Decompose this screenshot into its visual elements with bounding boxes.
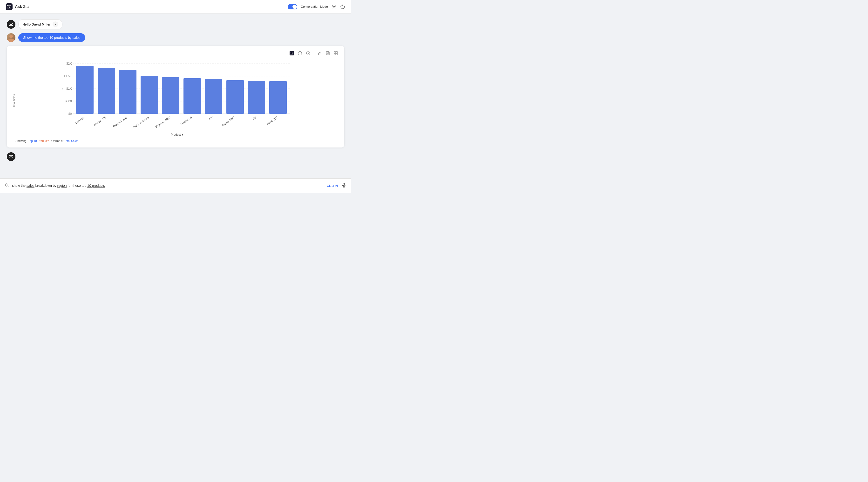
greeting-text: Hello David Miller	[23, 23, 51, 26]
bar-volvo2c2[interactable]	[269, 81, 287, 114]
svg-rect-12	[336, 52, 338, 53]
svg-text:$500: $500	[65, 99, 72, 103]
svg-rect-0	[6, 3, 12, 10]
svg-text:Mazda 626: Mazda 626	[93, 116, 107, 127]
svg-text:BMW 3 Series: BMW 3 Series	[133, 116, 150, 129]
svg-rect-4	[289, 51, 294, 56]
x-axis-dropdown-icon[interactable]: ▾	[182, 133, 183, 136]
bar-r8[interactable]	[248, 81, 265, 114]
svg-text:R8: R8	[252, 116, 257, 121]
main-content: Hello David Miller Show me the top 10 pr…	[0, 13, 351, 178]
footer-products: Products	[37, 139, 49, 143]
svg-rect-9	[327, 52, 329, 53]
search-text-1: show the	[12, 184, 27, 188]
grid-icon[interactable]	[333, 51, 339, 56]
user-query-row: Show me the top 10 products by sales	[7, 33, 344, 42]
greeting-bubble: Hello David Miller	[18, 19, 62, 29]
svg-rect-38	[343, 183, 345, 186]
header-right: Conversation Mode	[288, 4, 345, 9]
search-text-sales: sales	[27, 184, 34, 188]
search-text-2: breakdown by	[34, 184, 57, 188]
settings-icon[interactable]	[331, 4, 337, 9]
svg-text:Express 3500: Express 3500	[155, 116, 171, 129]
bar-express3500[interactable]	[162, 77, 179, 114]
app-title: Ask Zia	[15, 5, 29, 9]
zia-bottom-avatar	[7, 152, 16, 161]
bar-mazda626[interactable]	[98, 68, 115, 114]
footer-showing: Showing:	[16, 139, 28, 143]
toolbar-divider	[314, 51, 314, 56]
x-axis-label: Product ▾	[16, 133, 339, 136]
zia-avatar	[7, 20, 16, 29]
search-icon	[5, 183, 9, 189]
svg-text:$1K: $1K	[66, 87, 72, 90]
footer-total-sales: Total Sales	[64, 139, 79, 143]
svg-rect-13	[334, 54, 336, 55]
bar-range-rover[interactable]	[119, 70, 136, 114]
svg-text:GTI: GTI	[208, 116, 214, 121]
svg-point-3	[342, 7, 343, 8]
user-query-bubble: Show me the top 10 products by sales	[18, 33, 85, 42]
x-axis-label-text: Product	[171, 133, 181, 136]
search-input[interactable]: show the sales breakdown by region for t…	[12, 183, 324, 188]
svg-text:›: ›	[62, 87, 63, 90]
conversation-mode-toggle[interactable]	[288, 4, 297, 9]
chart-area: Total Sales $2K $1.5K $1K $500 $0	[11, 59, 339, 143]
y-axis-label: Total Sales	[11, 59, 16, 143]
bar-chart-svg: $2K $1.5K $1K $500 $0	[16, 59, 339, 131]
svg-text:Corvette: Corvette	[74, 116, 85, 125]
zia-chart-icon[interactable]	[289, 51, 294, 56]
clear-all-button[interactable]: Clear All	[327, 184, 339, 188]
edit-icon[interactable]	[317, 51, 322, 56]
chart-toolbar	[11, 51, 339, 56]
bar-gti[interactable]	[205, 79, 222, 114]
user-avatar	[7, 33, 16, 42]
app-header: Ask Zia Conversation Mode	[0, 0, 351, 13]
svg-point-6	[300, 52, 300, 53]
footer-top10: Top 10	[28, 139, 37, 143]
chart-card: Total Sales $2K $1.5K $1K $500 $0	[7, 46, 344, 148]
svg-rect-11	[334, 52, 336, 53]
svg-text:Volvo 2C2: Volvo 2C2	[266, 116, 278, 126]
svg-text:Fleetwood: Fleetwood	[180, 116, 192, 126]
search-text-3: for these top	[67, 184, 88, 188]
greeting-dropdown[interactable]	[53, 22, 58, 27]
chart-footer: Showing: Top 10 Products in terms of Tot…	[16, 139, 339, 143]
zia-bottom-row	[7, 152, 344, 161]
svg-rect-10	[327, 54, 329, 55]
svg-text:$0: $0	[68, 112, 72, 116]
bar-fleetwood[interactable]	[184, 78, 201, 114]
search-text-region: region	[57, 184, 67, 188]
info-icon[interactable]	[297, 51, 303, 56]
svg-text:$2K: $2K	[66, 62, 72, 65]
bar-corvette[interactable]	[76, 66, 94, 114]
svg-text:$1.5K: $1.5K	[64, 74, 72, 78]
history-icon[interactable]	[306, 51, 311, 56]
bar-toyota-mr2[interactable]	[226, 80, 244, 114]
help-icon[interactable]	[340, 4, 345, 9]
svg-text:Range Rover: Range Rover	[112, 116, 128, 128]
conversation-mode-label: Conversation Mode	[301, 5, 328, 8]
svg-rect-14	[336, 54, 338, 55]
svg-text:Toyota MR2: Toyota MR2	[221, 116, 236, 127]
search-text-10products: 10 products	[87, 184, 105, 188]
footer-in-terms: in terms of	[49, 139, 64, 143]
header-left: Ask Zia	[6, 3, 29, 10]
search-bar[interactable]: show the sales breakdown by region for t…	[0, 178, 351, 193]
save-icon[interactable]	[325, 51, 330, 56]
zia-logo-icon	[6, 3, 12, 10]
microphone-icon[interactable]	[341, 183, 346, 189]
chart-inner: $2K $1.5K $1K $500 $0	[16, 59, 339, 143]
svg-point-1	[334, 6, 335, 7]
greeting-row: Hello David Miller	[7, 19, 344, 29]
bar-bmw3series[interactable]	[141, 76, 158, 114]
